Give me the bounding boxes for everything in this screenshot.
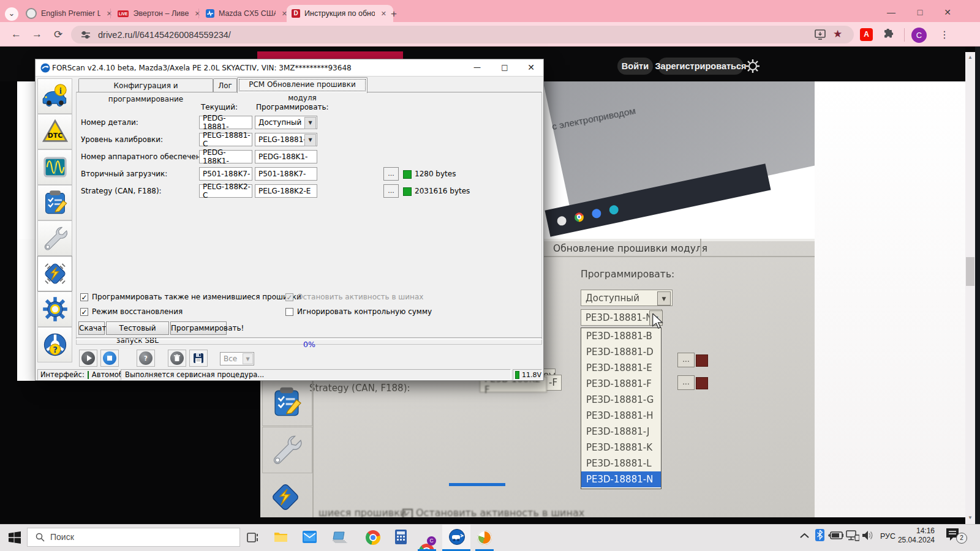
- checkbox-label: Режим восстановления: [92, 307, 183, 316]
- install-app-icon[interactable]: [815, 29, 826, 40]
- sidebar-oscilloscope-button[interactable]: [37, 149, 72, 185]
- site-settings-icon[interactable]: [81, 30, 91, 40]
- list-item-selected: PE3D-18881-N: [581, 471, 661, 487]
- screen: Войти Зарегистрироваться с электропривод…: [0, 0, 980, 551]
- clock[interactable]: 14:16 25.04.2024: [887, 527, 935, 545]
- field-part-number-program[interactable]: Доступный ▼: [255, 116, 317, 129]
- task-view-icon[interactable]: [247, 531, 259, 544]
- taskbar-search-text[interactable]: Поиск: [50, 532, 74, 542]
- photo2-browse-button-2: ...: [677, 375, 695, 390]
- browser-minimize-button[interactable]: —: [882, 5, 900, 20]
- tab-close-icon[interactable]: ✕: [379, 9, 388, 18]
- sidebar-tests-button[interactable]: [37, 185, 72, 220]
- log-filter-select: Все ▼: [220, 352, 254, 365]
- sidebar-help-button[interactable]: ?: [37, 327, 72, 362]
- browse-bootloader-button[interactable]: ...: [383, 167, 399, 181]
- back-button[interactable]: ←: [11, 28, 21, 40]
- list-item: PE3D-18881-E: [581, 360, 661, 376]
- profile-avatar[interactable]: C: [911, 28, 927, 43]
- page-scrollbar[interactable]: [965, 52, 975, 524]
- tray-chevron-icon[interactable]: [800, 533, 809, 539]
- tab-mazda-cx5[interactable]: Mazda CX5 США в мили ЕС в ✕: [201, 5, 294, 22]
- forscan-taskbar-icon[interactable]: [449, 529, 465, 545]
- url-text[interactable]: drive2.ru/l/641454260084559234/: [98, 30, 231, 40]
- checkbox-icon[interactable]: [285, 308, 293, 316]
- bluetooth-icon[interactable]: [815, 529, 824, 541]
- car-info-icon: i: [42, 83, 69, 110]
- file-explorer-icon[interactable]: [274, 531, 288, 543]
- tab-drive2-active[interactable]: D Инструкция по обновлению ✕: [287, 5, 393, 22]
- field-calibration-program[interactable]: PELG-18881-E ▼: [255, 133, 317, 146]
- battery-icon[interactable]: [828, 531, 843, 539]
- voltage-status-green: [515, 371, 519, 379]
- sidebar-dtc-button[interactable]: DTC: [37, 114, 72, 149]
- browser-maximize-button[interactable]: □: [911, 5, 929, 20]
- extensions-puzzle-icon[interactable]: [883, 29, 894, 40]
- toolbar-play-button[interactable]: [79, 350, 97, 367]
- tab-premier-league[interactable]: English Premier League 2023/2 ✕: [21, 5, 119, 22]
- volume-icon[interactable]: [862, 530, 874, 541]
- sidebar-service-button[interactable]: [37, 220, 72, 256]
- sidebar-settings-button[interactable]: [37, 291, 72, 327]
- toolbar-save-button[interactable]: [189, 350, 208, 367]
- checkbox-icon[interactable]: ✓: [80, 293, 88, 301]
- register-label: Зарегистрироваться: [655, 61, 747, 71]
- checkbox-ignore-checksum[interactable]: Игнорировать контрольную сумму: [285, 307, 432, 316]
- forward-button[interactable]: →: [32, 28, 42, 40]
- scroll-down-icon[interactable]: ▼: [967, 515, 973, 520]
- new-tab-button[interactable]: +: [391, 8, 397, 20]
- browser-menu-kebab-icon[interactable]: ⋮: [940, 29, 949, 40]
- page-right-column: [814, 81, 965, 517]
- toolbar-stop-button[interactable]: [100, 350, 119, 367]
- browse-strategy-button[interactable]: ...: [383, 184, 399, 198]
- sidebar-programming-button[interactable]: [37, 256, 72, 291]
- network-icon[interactable]: [846, 530, 859, 541]
- row-label: Номер аппаратного обеспечения:: [81, 152, 213, 161]
- page-scrollbar-thumb[interactable]: [966, 257, 974, 286]
- notification-badge: 2: [956, 533, 967, 544]
- photo2-bottom-fragment-2: Остановить активность в шинах: [416, 507, 584, 517]
- chrome-icon[interactable]: [366, 530, 380, 545]
- browser-close-button[interactable]: ✕: [938, 5, 957, 20]
- checkbox-icon: ✓: [285, 293, 293, 301]
- program-button[interactable]: Программировать!: [170, 321, 227, 335]
- tests-icon: [42, 189, 69, 216]
- sidebar-vehicle-info-button[interactable]: i: [37, 78, 72, 114]
- calculator-icon[interactable]: [395, 530, 407, 544]
- site-gear-icon[interactable]: [746, 59, 760, 73]
- checkbox-label: Игнорировать контрольную сумму: [297, 307, 432, 316]
- photo2-tests-icon: [270, 384, 303, 420]
- login-button[interactable]: Войти: [617, 58, 653, 75]
- reload-button[interactable]: ⟳: [54, 28, 62, 41]
- adobe-extension-icon[interactable]: A: [860, 28, 873, 41]
- row-label: Уровень калибровки:: [81, 135, 163, 144]
- tab-search-button[interactable]: ⌄: [5, 7, 18, 21]
- test-sbl-button[interactable]: Тестовый запуск SBL: [106, 321, 169, 335]
- list-item: PE3D-18881-F: [581, 376, 661, 392]
- register-button[interactable]: Зарегистрироваться: [658, 58, 744, 75]
- steering-help-icon: ?: [42, 331, 69, 358]
- download-button[interactable]: Скачать: [78, 321, 105, 335]
- photo2-combo-available: Доступный ▼: [581, 290, 673, 306]
- toolbar-clear-button[interactable]: [168, 350, 186, 367]
- bookmark-star-icon[interactable]: ★: [833, 28, 842, 40]
- forscan-tab-pcm-active[interactable]: PCM Обновление прошивки модуля: [237, 77, 368, 93]
- mail-icon[interactable]: [303, 531, 317, 543]
- photo1-dot-white: [556, 215, 567, 226]
- scroll-up-icon[interactable]: ▲: [967, 54, 973, 60]
- orange-app-icon[interactable]: [477, 530, 492, 545]
- checkbox-icon[interactable]: ✓: [80, 308, 88, 316]
- forscan-tab-config[interactable]: Конфигурация и программирование: [78, 78, 213, 92]
- dropdown-caret-icon[interactable]: ▼: [304, 117, 316, 129]
- forscan-maximize-button[interactable]: □: [497, 61, 513, 73]
- checkbox-recovery-mode[interactable]: ✓ Режим восстановления: [80, 307, 183, 316]
- start-button[interactable]: [9, 531, 21, 544]
- dropdown-caret-icon[interactable]: ▼: [304, 134, 316, 146]
- toolbar-connection-test-button[interactable]: ?: [137, 350, 155, 367]
- checkbox-program-unchanged[interactable]: ✓ Программировать также не изменившиеся …: [80, 293, 301, 301]
- tab-everton-liverpool[interactable]: LIVE Эвертон – Ливерпуль. Пряма ✕: [113, 5, 207, 22]
- display-app-icon[interactable]: [333, 531, 348, 543]
- forscan-tab-log[interactable]: Лог: [213, 78, 237, 92]
- forscan-minimize-button[interactable]: —: [469, 61, 485, 73]
- forscan-close-button[interactable]: ✕: [523, 61, 539, 73]
